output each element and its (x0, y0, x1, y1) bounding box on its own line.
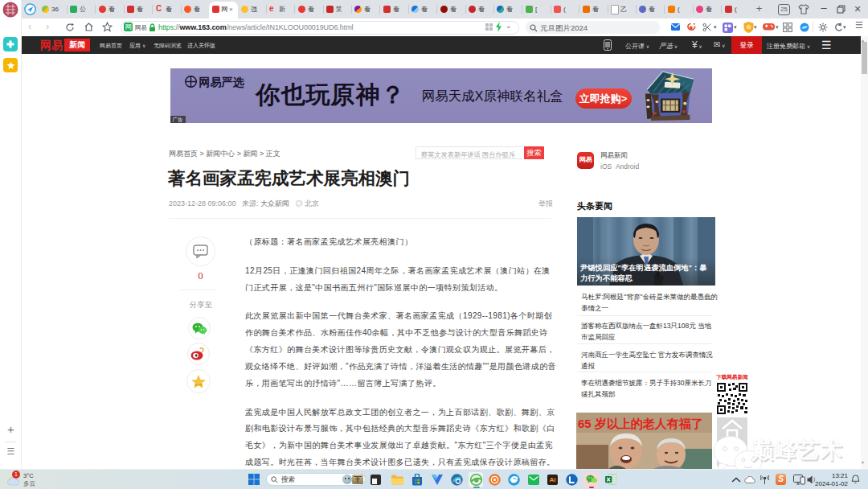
svg-text:尹锡悦回应"李在明遇袭流血倒地"：暴: 尹锡悦回应"李在明遇袭流血倒地"：暴 (579, 263, 707, 272)
svg-text:65 岁以上的老人有福了: 65 岁以上的老人有福了 (578, 417, 703, 430)
svg-text:力行为不能容忍: 力行为不能容忍 (579, 273, 633, 282)
